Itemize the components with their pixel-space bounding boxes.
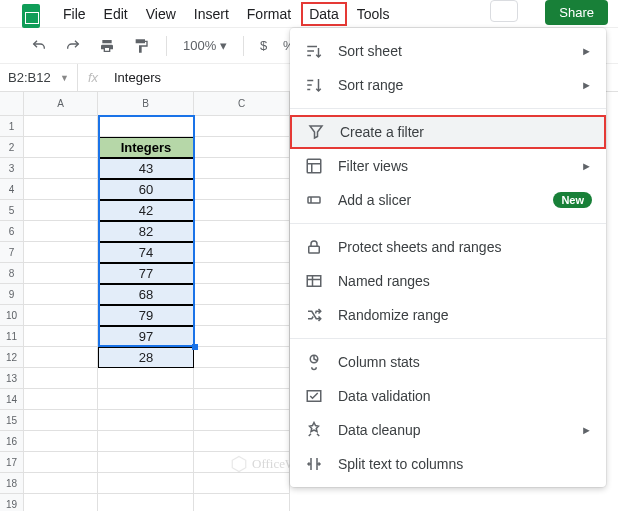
menu-item-split-text-to-columns[interactable]: Split text to columns	[290, 447, 606, 481]
row-header[interactable]: 6	[0, 221, 23, 242]
row-header[interactable]: 18	[0, 473, 23, 494]
menu-item-sort-range[interactable]: Sort range►	[290, 68, 606, 102]
redo-icon[interactable]	[64, 37, 82, 55]
cell[interactable]	[24, 137, 98, 158]
col-header[interactable]: B	[98, 92, 194, 116]
name-box[interactable]: B2:B12▼	[0, 64, 78, 91]
cell[interactable]	[194, 347, 290, 368]
row-header[interactable]: 1	[0, 116, 23, 137]
row-header[interactable]: 7	[0, 242, 23, 263]
cell[interactable]	[24, 221, 98, 242]
menu-tools[interactable]: Tools	[349, 2, 398, 26]
row-header[interactable]: 15	[0, 410, 23, 431]
cell[interactable]	[24, 473, 98, 494]
cell[interactable]	[24, 452, 98, 473]
cell[interactable]	[24, 158, 98, 179]
cell[interactable]	[98, 368, 194, 389]
cell[interactable]	[24, 347, 98, 368]
zoom-selector[interactable]: 100% ▾	[183, 38, 227, 53]
menu-item-sort-sheet[interactable]: Sort sheet►	[290, 34, 606, 68]
cell[interactable]	[194, 410, 290, 431]
cell[interactable]	[24, 263, 98, 284]
paint-format-icon[interactable]	[132, 37, 150, 55]
row-header[interactable]: 3	[0, 158, 23, 179]
cell[interactable]	[24, 116, 98, 137]
cell[interactable]	[98, 473, 194, 494]
cell[interactable]	[24, 410, 98, 431]
cell[interactable]	[194, 452, 290, 473]
cell[interactable]	[98, 389, 194, 410]
cell[interactable]: 79	[98, 305, 194, 326]
print-icon[interactable]	[98, 37, 116, 55]
row-header[interactable]: 19	[0, 494, 23, 511]
cell[interactable]	[194, 284, 290, 305]
undo-icon[interactable]	[30, 37, 48, 55]
cell[interactable]	[194, 389, 290, 410]
cell[interactable]	[194, 242, 290, 263]
cell[interactable]: 68	[98, 284, 194, 305]
row-header[interactable]: 4	[0, 179, 23, 200]
cell[interactable]	[194, 263, 290, 284]
menu-item-data-cleanup[interactable]: Data cleanup►	[290, 413, 606, 447]
col-header[interactable]: A	[24, 92, 98, 116]
cell[interactable]	[24, 305, 98, 326]
row-header[interactable]: 17	[0, 452, 23, 473]
cell[interactable]	[194, 305, 290, 326]
cell[interactable]	[98, 410, 194, 431]
menu-data[interactable]: Data	[301, 2, 347, 26]
cell[interactable]: Integers	[98, 137, 194, 158]
row-header[interactable]: 10	[0, 305, 23, 326]
cell[interactable]	[98, 116, 194, 137]
cell[interactable]	[24, 179, 98, 200]
menu-item-column-stats[interactable]: Column stats	[290, 345, 606, 379]
cell[interactable]	[194, 431, 290, 452]
cell[interactable]	[194, 473, 290, 494]
cell[interactable]	[24, 431, 98, 452]
cell[interactable]	[24, 200, 98, 221]
cell[interactable]: 60	[98, 179, 194, 200]
menu-item-filter-views[interactable]: Filter views►	[290, 149, 606, 183]
cell[interactable]	[194, 494, 290, 511]
cell[interactable]	[194, 326, 290, 347]
cell[interactable]	[24, 242, 98, 263]
menu-view[interactable]: View	[138, 2, 184, 26]
menu-insert[interactable]: Insert	[186, 2, 237, 26]
cell[interactable]: 43	[98, 158, 194, 179]
menu-item-create-a-filter[interactable]: Create a filter	[290, 115, 606, 149]
menu-edit[interactable]: Edit	[96, 2, 136, 26]
row-header[interactable]: 8	[0, 263, 23, 284]
cell[interactable]	[98, 452, 194, 473]
menu-item-named-ranges[interactable]: Named ranges	[290, 264, 606, 298]
share-button[interactable]: Share	[545, 0, 608, 25]
cell[interactable]: 82	[98, 221, 194, 242]
row-header[interactable]: 5	[0, 200, 23, 221]
col-header[interactable]: C	[194, 92, 290, 116]
cell[interactable]: 74	[98, 242, 194, 263]
cell[interactable]	[24, 368, 98, 389]
cell[interactable]: 97	[98, 326, 194, 347]
menu-item-randomize-range[interactable]: Randomize range	[290, 298, 606, 332]
cell[interactable]	[194, 368, 290, 389]
row-header[interactable]: 14	[0, 389, 23, 410]
menu-item-data-validation[interactable]: Data validation	[290, 379, 606, 413]
cell[interactable]	[194, 221, 290, 242]
menu-item-add-a-slicer[interactable]: Add a slicerNew	[290, 183, 606, 217]
cell[interactable]	[98, 494, 194, 511]
row-header[interactable]: 12	[0, 347, 23, 368]
cell[interactable]	[194, 200, 290, 221]
currency-format[interactable]: $	[260, 38, 267, 53]
cell[interactable]: 42	[98, 200, 194, 221]
row-header[interactable]: 11	[0, 326, 23, 347]
cell[interactable]	[98, 431, 194, 452]
cell[interactable]	[194, 158, 290, 179]
row-header[interactable]: 2	[0, 137, 23, 158]
menu-file[interactable]: File	[55, 2, 94, 26]
cell[interactable]	[24, 389, 98, 410]
selection-handle[interactable]	[192, 344, 198, 350]
row-header[interactable]: 13	[0, 368, 23, 389]
cell[interactable]: 77	[98, 263, 194, 284]
cell[interactable]	[194, 179, 290, 200]
cell[interactable]	[194, 116, 290, 137]
menu-item-protect-sheets-and-ranges[interactable]: Protect sheets and ranges	[290, 230, 606, 264]
cell[interactable]	[24, 326, 98, 347]
